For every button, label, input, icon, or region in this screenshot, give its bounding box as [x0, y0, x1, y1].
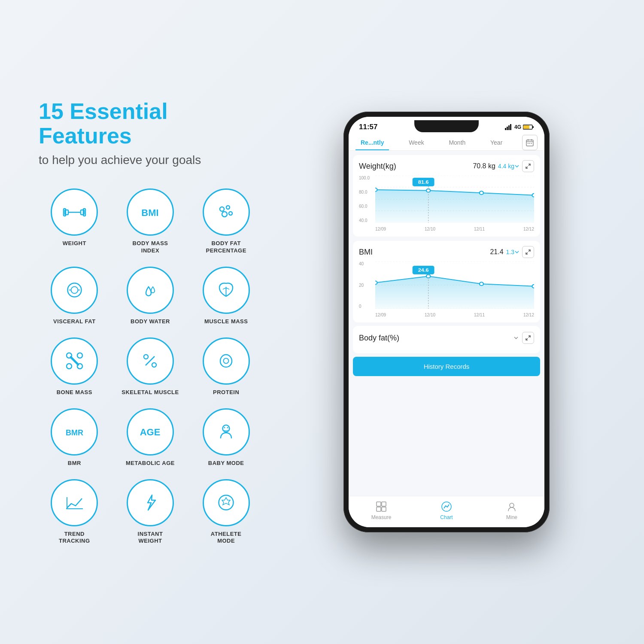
skeletal-label: SKELETAL MUSCLE: [122, 389, 179, 396]
baby-label: BABY MODE: [208, 460, 244, 467]
weight-expand-button[interactable]: [522, 160, 534, 172]
svg-marker-66: [375, 276, 534, 309]
svg-line-22: [146, 356, 155, 365]
svg-text:BMR: BMR: [66, 428, 83, 437]
bodywater-label: BODY WATER: [131, 318, 170, 325]
bodyfat-header: Body fat(%): [359, 332, 534, 344]
nav-mine[interactable]: Mine: [479, 496, 544, 522]
feature-bodyfat: BODY FATPERCENTAGE: [190, 188, 262, 255]
svg-rect-77: [382, 502, 386, 506]
svg-rect-76: [377, 502, 381, 506]
trend-icon: [63, 491, 86, 514]
baby-icon: [214, 420, 238, 444]
egg-icon: [214, 349, 238, 373]
bmi-down-arrow: [514, 249, 519, 255]
phone-mockup-container: 11:57 4G: [288, 112, 605, 532]
protein-label: PROTEIN: [213, 389, 239, 396]
phone-device: 11:57 4G: [343, 112, 550, 532]
calendar-icon: [526, 139, 534, 146]
nav-chart-label: Chart: [440, 514, 453, 520]
bottom-nav: Measure Chart: [349, 496, 544, 527]
feature-trend: TRENDTRACKING: [39, 479, 110, 545]
bmi-chart-title: BMI: [359, 248, 373, 257]
sub-headline: to help you achieve your goals: [39, 153, 262, 167]
left-panel: 15 Essential Features to help you achiev…: [39, 99, 262, 545]
feature-bmr: BMR BMR: [39, 408, 110, 467]
nav-chart[interactable]: Chart: [414, 496, 479, 522]
svg-point-6: [220, 207, 224, 211]
svg-rect-78: [377, 507, 381, 511]
feature-bonemass: BONE MASS: [39, 337, 110, 396]
tab-year[interactable]: Year: [485, 135, 507, 150]
bmi-icon: BMI: [138, 200, 162, 224]
svg-text:AGE: AGE: [140, 427, 161, 437]
bmi-y-labels: 40 20 0: [359, 261, 374, 309]
status-time: 11:57: [359, 123, 377, 131]
calendar-button[interactable]: [522, 135, 538, 150]
svg-point-23: [224, 358, 229, 364]
svg-marker-53: [375, 190, 534, 223]
bmi-expand-icon: [525, 249, 531, 255]
svg-rect-45: [529, 143, 530, 144]
weight-chart-value: 70.8 kg 4.4 kg: [473, 160, 534, 172]
instant-label: INSTANTWEIGHT: [138, 531, 163, 545]
bmi-chart-plot: 24.6: [375, 261, 534, 309]
svg-point-9: [229, 212, 232, 215]
svg-point-21: [152, 363, 156, 367]
feature-skeletal: SKELETAL MUSCLE: [115, 337, 186, 396]
svg-text:81.6: 81.6: [418, 179, 429, 185]
tape-icon: [63, 278, 86, 302]
svg-point-11: [71, 287, 78, 294]
bodyfat-icon: [214, 200, 238, 224]
history-records-button[interactable]: History Records: [353, 357, 540, 376]
feature-baby: BABY MODE: [190, 408, 262, 467]
nav-measure[interactable]: Measure: [349, 496, 414, 522]
bodyfat-arrow-icon: [513, 335, 519, 340]
svg-text:24.6: 24.6: [418, 267, 429, 273]
drops-icon: [138, 278, 162, 302]
bmi-value: 21.4: [490, 248, 503, 256]
app-tabs: Re...ntly Week Month Year: [349, 135, 544, 151]
bodyfat-label: BODY FATPERCENTAGE: [206, 240, 246, 255]
battery-icon: [523, 124, 534, 130]
bmi-chart-value: 21.4 1.3: [490, 246, 534, 258]
bmi-chart-section: BMI 21.4 1.3: [353, 241, 540, 322]
tab-month[interactable]: Month: [444, 135, 471, 150]
app-content[interactable]: Weight(kg) 70.8 kg 4.4 kg: [349, 151, 544, 496]
svg-point-67: [375, 281, 377, 285]
signal-icon: [505, 124, 513, 130]
svg-point-18: [67, 364, 72, 369]
age-icon: AGE: [138, 420, 162, 444]
bmi-expand-button[interactable]: [522, 246, 534, 258]
status-bar: 11:57 4G: [349, 117, 544, 135]
network-label: 4G: [514, 124, 521, 130]
weight-value: 70.8 kg: [473, 162, 495, 170]
feature-age: AGE METABOLIC AGE: [115, 408, 186, 467]
svg-rect-35: [508, 125, 510, 130]
weight-chart-section: Weight(kg) 70.8 kg 4.4 kg: [353, 155, 540, 237]
bodyfat-expand-button[interactable]: [522, 332, 534, 344]
bmr-icon: BMR: [63, 420, 86, 444]
bmi-chart-svg: 24.6: [375, 261, 534, 309]
svg-point-57: [532, 194, 534, 197]
tab-week[interactable]: Week: [404, 135, 429, 150]
weight-label: WEIGHT: [63, 240, 86, 247]
bmi-chart-header: BMI 21.4 1.3: [359, 246, 534, 258]
svg-rect-79: [382, 507, 386, 511]
features-grid: WEIGHT BMI BODY MASSINDEX: [39, 188, 262, 545]
bmi-chart-area: 40 20 0: [359, 261, 534, 317]
svg-point-81: [510, 503, 514, 507]
weight-chart-svg: 81.6: [375, 176, 534, 223]
soccer-icon: [214, 491, 238, 514]
svg-line-19: [71, 357, 78, 365]
expand-icon: [525, 163, 531, 169]
feature-athlete: ATHELETEMODE: [190, 479, 262, 545]
bolt-icon: [138, 491, 162, 514]
feature-weight: WEIGHT: [39, 188, 110, 255]
svg-point-27: [224, 427, 225, 428]
feature-musclemass: MUSCLE MASS: [190, 267, 262, 325]
weight-y-labels: 100.0 80.0 60.0 40.0: [359, 176, 374, 223]
tab-recently[interactable]: Re...ntly: [355, 135, 389, 150]
svg-rect-33: [505, 128, 506, 130]
bmi-x-labels: 12/09 12/10 12/11 12/12: [375, 313, 534, 317]
